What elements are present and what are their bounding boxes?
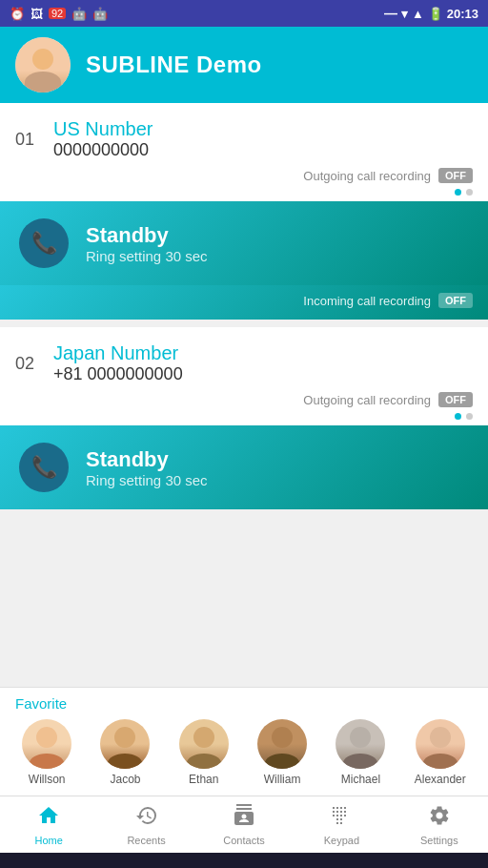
avatar-ethan [179, 719, 229, 769]
dots-row-1 [0, 189, 488, 201]
standby-info-2: Standby Ring setting 30 sec [86, 447, 208, 488]
outgoing-toggle-2[interactable]: OFF [438, 392, 473, 407]
number-value-1: 0000000000 [53, 140, 473, 160]
number-title-1: US Number [53, 118, 473, 140]
standby-title-1: Standby [86, 223, 208, 248]
favorite-name-willson: Willson [29, 773, 66, 786]
favorite-name-jacob: Jacob [110, 773, 140, 786]
android2-icon: 🤖 [92, 7, 108, 21]
incoming-recording-row-1: Incoming call recording OFF [0, 285, 488, 320]
notification-count: 92 [49, 8, 66, 19]
standby-info-1: Standby Ring setting 30 sec [86, 223, 208, 264]
outgoing-recording-label-2: Outgoing call recording [303, 393, 431, 407]
favorite-name-william: William [264, 773, 301, 786]
favorite-name-alexander: Alexander [415, 773, 466, 786]
status-bar: ⏰ 🖼 92 🤖 🤖 — ▾ ▲ 🔋 20:13 [0, 0, 488, 27]
dot-active-2 [455, 413, 461, 420]
favorite-william[interactable]: William [257, 719, 307, 786]
incoming-recording-label-1: Incoming call recording [303, 294, 431, 308]
nav-settings[interactable]: Settings [391, 796, 488, 854]
outgoing-recording-row-1: Outgoing call recording OFF [0, 164, 488, 189]
number-header-2: 02 Japan Number +81 0000000000 [0, 327, 488, 388]
number-header-1: 01 US Number 0000000000 [0, 103, 488, 164]
signal-icon: ▲ [412, 7, 424, 21]
nav-contacts-label: Contacts [223, 835, 264, 846]
favorite-ethan[interactable]: Ethan [179, 719, 229, 786]
wifi-icon: ▾ [401, 7, 408, 21]
avatar [15, 37, 71, 93]
nav-home[interactable]: Home [0, 796, 97, 854]
image-icon: 🖼 [30, 7, 43, 21]
nav-home-label: Home [35, 835, 63, 846]
nav-keypad-label: Keypad [324, 835, 359, 846]
standby-title-2: Standby [86, 447, 208, 472]
number-index-1: 01 [15, 130, 42, 150]
phone-circle-1: 📞 [19, 218, 69, 268]
app-title: SUBLINE Demo [86, 52, 262, 78]
outgoing-recording-row-2: Outgoing call recording OFF [0, 388, 488, 413]
avatar-jacob [100, 719, 150, 769]
system-bar: ◁ ○ □ [0, 853, 488, 868]
number-info-1: US Number 0000000000 [53, 118, 473, 160]
standby-sub-2: Ring setting 30 sec [86, 472, 208, 488]
favorite-alexander[interactable]: Alexander [415, 719, 466, 786]
favorite-willson[interactable]: Willson [22, 719, 71, 786]
favorite-label: Favorite [0, 688, 488, 715]
dot-inactive-2 [466, 413, 473, 420]
favorite-bar: Favorite Willson Jacob Ethan [0, 687, 488, 796]
favorite-michael[interactable]: Michael [336, 719, 385, 786]
contacts-icon [233, 804, 255, 833]
recents-button[interactable]: □ [401, 865, 413, 869]
nav-recents[interactable]: Recents [97, 796, 194, 854]
favorite-jacob[interactable]: Jacob [100, 719, 150, 786]
dot-inactive-1 [466, 189, 473, 196]
avatar-michael [336, 719, 385, 769]
android-icon: 🤖 [71, 7, 87, 21]
number-index-2: 02 [15, 354, 42, 374]
status-icons-left: ⏰ 🖼 92 🤖 🤖 [10, 7, 108, 21]
nav-settings-label: Settings [420, 835, 458, 846]
outgoing-toggle-1[interactable]: OFF [438, 168, 473, 183]
number-title-2: Japan Number [53, 342, 473, 364]
minus-icon: — [384, 6, 397, 21]
incoming-toggle-1[interactable]: OFF [438, 293, 473, 308]
phone-icon-1: 📞 [31, 231, 57, 256]
favorites-row: Willson Jacob Ethan William [0, 715, 488, 796]
phone-icon-2: 📞 [31, 455, 57, 480]
avatar-willson [22, 719, 71, 769]
standby-card-1[interactable]: 📞 Standby Ring setting 30 sec [0, 201, 488, 285]
number-value-2: +81 0000000000 [53, 364, 473, 384]
profile-photo [15, 37, 71, 93]
standby-card-2[interactable]: 📞 Standby Ring setting 30 sec [0, 425, 488, 509]
favorite-name-michael: Michael [341, 773, 380, 786]
dots-row-2 [0, 413, 488, 425]
recents-icon [135, 804, 158, 833]
number-section-2: 02 Japan Number +81 0000000000 Outgoing … [0, 327, 488, 509]
main-content: 01 US Number 0000000000 Outgoing call re… [0, 103, 488, 687]
nav-recents-label: Recents [127, 835, 165, 846]
settings-icon [428, 804, 451, 833]
nav-contacts[interactable]: Contacts [195, 796, 293, 854]
bottom-nav: Home Recents Contacts Keypad [0, 796, 488, 853]
alarm-icon: ⏰ [10, 7, 25, 21]
status-icons-right: — ▾ ▲ 🔋 20:13 [384, 6, 478, 21]
number-info-2: Japan Number +81 0000000000 [53, 342, 473, 384]
header: SUBLINE Demo [0, 27, 488, 103]
avatar-alexander [416, 719, 465, 769]
avatar-william [257, 719, 307, 769]
keypad-icon [330, 804, 353, 833]
phone-circle-2: 📞 [19, 443, 69, 492]
dot-active-1 [455, 189, 461, 196]
favorite-name-ethan: Ethan [189, 773, 218, 786]
home-icon [37, 804, 60, 833]
back-button[interactable]: ◁ [75, 864, 90, 868]
number-section-1: 01 US Number 0000000000 Outgoing call re… [0, 103, 488, 320]
nav-keypad[interactable]: Keypad [293, 796, 390, 854]
outgoing-recording-label-1: Outgoing call recording [303, 169, 431, 183]
time-display: 20:13 [447, 7, 478, 21]
home-button[interactable]: ○ [239, 865, 251, 869]
battery-icon: 🔋 [428, 7, 443, 21]
standby-sub-1: Ring setting 30 sec [86, 248, 208, 264]
